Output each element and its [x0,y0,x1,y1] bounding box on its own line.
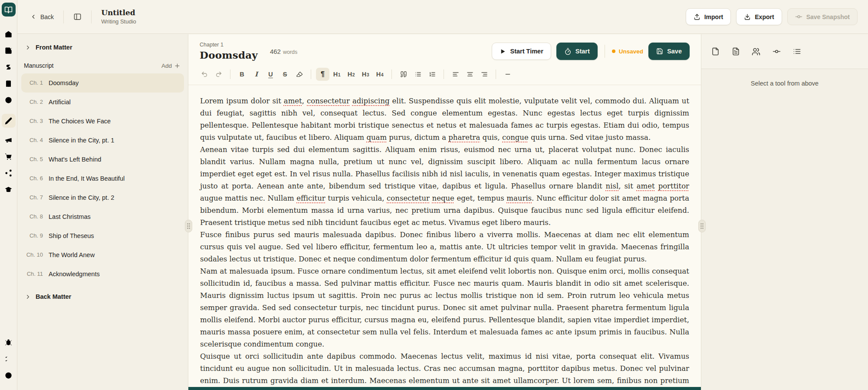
chapter-title: In the End, It Was Beautiful [49,175,125,182]
start-button[interactable]: Start [556,43,598,60]
back-matter-toggle[interactable]: Back Matter [21,290,184,304]
align-right-button[interactable] [477,68,491,81]
file-icon [711,47,720,56]
word-count: 462words [270,48,297,56]
strikethrough-button[interactable]: S [278,68,292,81]
back-matter-label: Back Matter [36,293,71,300]
redo-button[interactable] [212,68,225,81]
clock-icon[interactable] [3,94,15,106]
manuscript-section-header: Manuscript Add [21,62,184,73]
misspelled-word[interactable]: amet [284,97,302,105]
home-icon[interactable] [3,28,15,40]
characters-tool-button[interactable] [750,45,763,58]
undo-button[interactable] [197,68,211,81]
underline-button[interactable]: U [264,68,277,81]
megaphone-icon[interactable] [3,134,15,146]
save-button[interactable]: Save [648,43,690,60]
heading3-button[interactable]: H3 [359,68,372,81]
file-tool-button[interactable] [709,45,722,58]
chapter-item-ship-of-theseus[interactable]: Ch. 9 Ship of Theseus [21,226,184,245]
misspelled-word[interactable]: nisl [606,182,619,190]
document-content[interactable]: Lorem ipsum dolor sit amet, consectetur … [188,85,701,390]
writing-pencil-icon[interactable] [2,114,16,128]
bug-icon[interactable] [3,336,15,348]
add-chapter-button[interactable]: Add [161,63,181,69]
misspelled-word[interactable]: amet [637,182,655,190]
chapter-item-whats-left-behind[interactable]: Ch. 5 What's Left Behind [21,150,184,169]
panel-resize-handle-right[interactable] [698,220,706,232]
start-timer-button[interactable]: Start Timer [492,43,551,60]
heading2-button[interactable]: H2 [345,68,358,81]
shopping-cart-icon[interactable] [3,150,15,162]
chapter-item-in-the-end-it-was-beautiful[interactable]: Ch. 6 In the End, It Was Beautiful [21,169,184,188]
list-checks-icon[interactable] [3,353,15,365]
back-button[interactable]: Back [30,13,54,20]
chapter-item-silence-in-the-city-pt-2[interactable]: Ch. 7 Silence in the City, pt. 2 [21,188,184,207]
bold-button[interactable]: B [235,68,249,81]
align-center-button[interactable] [463,68,477,81]
chapter-title: Silence in the City, pt. 2 [49,194,114,202]
doc-paragraph[interactable]: Lorem ipsum dolor sit amet, consectetur … [200,95,689,144]
chapter-title: Last Christmas [49,213,91,221]
misspelled-word[interactable]: congue [502,133,529,142]
editor-title-block: Chapter 1 Doomsday [200,42,258,61]
horizontal-rule-button[interactable] [501,68,514,81]
chapter-item-doomsday[interactable]: Ch. 1 Doomsday [21,73,184,93]
share-nodes-icon[interactable] [3,167,15,179]
heading1-button[interactable]: H1 [330,68,344,81]
align-center-icon [467,71,473,78]
front-matter-toggle[interactable]: Front Matter [21,40,184,54]
paragraph-button[interactable]: ¶ [316,68,329,81]
chapter-item-artificial[interactable]: Ch. 2 Artificial [21,93,184,112]
building-icon[interactable] [3,77,15,89]
start-timer-label: Start Timer [510,48,543,55]
misspelled-word[interactable]: adipiscing [352,97,390,105]
misspelled-word[interactable]: pharetra [448,133,480,142]
misspelled-word[interactable]: quam [366,133,387,142]
save-snapshot-button[interactable]: Save Snapshot [787,8,858,25]
align-left-button[interactable] [449,68,462,81]
ordered-list-icon [429,71,436,78]
chapter-item-the-choices-we-face[interactable]: Ch. 3 The Choices We Face [21,112,184,131]
doc-paragraph[interactable]: Aenean vitae turpis sed dui elementum sa… [200,144,689,229]
topbar-divider [91,10,92,23]
chapter-number: Ch. 7 [26,194,43,201]
bullet-list-button[interactable] [411,68,424,81]
outline-tool-button[interactable] [790,45,803,58]
export-button[interactable]: Export [736,8,782,25]
editor-actions: Start Timer Start Unsaved Save [492,43,690,60]
blockquote-button[interactable] [397,68,410,81]
chapter-title: Artificial [49,98,71,106]
chapter-item-last-christmas[interactable]: Ch. 8 Last Christmas [21,207,184,226]
tasks-check-icon[interactable] [3,44,15,56]
file-text-tool-button[interactable] [729,45,742,58]
panel-resize-handle-left[interactable] [185,220,192,232]
minus-icon [504,71,511,78]
highlighter-button[interactable] [293,68,306,81]
chapter-item-silence-in-the-city-pt-1[interactable]: Ch. 4 Silence in the City, pt. 1 [21,131,184,150]
misspelled-word[interactable]: efficitur [296,194,325,202]
chapter-item-acknowledgments[interactable]: Ch. 11 Acknowledgments [21,264,184,284]
dollar-icon[interactable] [3,61,15,73]
snapshots-tool-button[interactable] [770,45,783,58]
import-button[interactable]: Import [686,8,731,25]
doc-paragraph[interactable]: Nam at malesuada ipsum. Fusce ornare con… [200,265,689,350]
doc-paragraph[interactable]: Quisque ut orci sollicitudin ante dapibu… [200,350,689,390]
editor-chapter-title[interactable]: Doomsday [200,49,258,61]
doc-paragraph[interactable]: Fusce finibus purus sed mauris malesuada… [200,229,689,265]
misspelled-word[interactable]: neque [432,194,454,202]
misspelled-word[interactable]: consectetur [307,97,350,105]
settings-gear-icon[interactable] [3,386,15,390]
misspelled-word[interactable]: consectetur [387,194,430,202]
chapter-item-the-world-anew[interactable]: Ch. 10 The World Anew [21,245,184,264]
misspelled-word[interactable]: porttitor [658,182,689,190]
quote-icon [400,71,407,78]
graduation-cap-icon[interactable] [3,183,15,195]
ordered-list-button[interactable] [425,68,439,81]
misspelled-word[interactable]: mauris [506,194,532,202]
italic-button[interactable]: I [250,68,263,81]
panel-toggle-button[interactable] [73,13,82,21]
help-circle-icon[interactable] [3,369,15,381]
heading4-button[interactable]: H4 [373,68,387,81]
app-logo[interactable] [2,3,16,17]
